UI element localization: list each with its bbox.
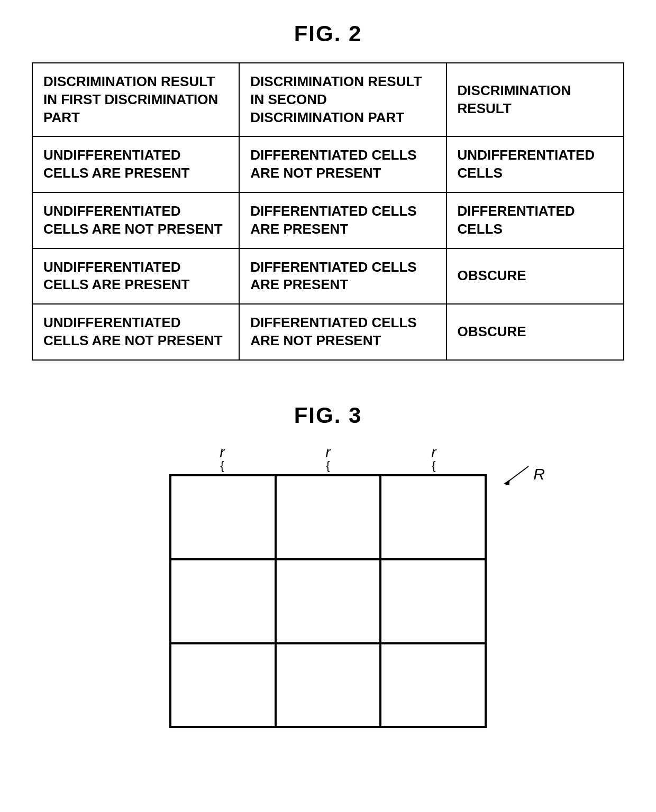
row4-col2: DIFFERENTIATED CELLS ARE NOT PRESENT	[239, 304, 446, 360]
R-arrow-icon	[499, 464, 531, 485]
table-row: UNDIFFERENTIATED CELLS ARE NOT PRESENTDI…	[32, 192, 624, 248]
row1-col1: UNDIFFERENTIATED CELLS ARE PRESENT	[32, 136, 239, 192]
row2-col3: DIFFERENTIATED CELLS	[447, 192, 624, 248]
header-col3: DISCRIMINATION RESULT	[447, 63, 624, 136]
fig3-grid-cell	[170, 475, 276, 559]
label-r1: r {	[169, 444, 275, 470]
fig3-grid	[169, 474, 487, 728]
row2-col2: DIFFERENTIATED CELLS ARE PRESENT	[239, 192, 446, 248]
row4-col3: OBSCURE	[447, 304, 624, 360]
row3-col1: UNDIFFERENTIATED CELLS ARE PRESENT	[32, 248, 239, 304]
fig3-grid-cell	[380, 643, 486, 727]
fig3-title: FIG. 3	[294, 403, 362, 428]
table-row: UNDIFFERENTIATED CELLS ARE PRESENTDIFFER…	[32, 248, 624, 304]
svg-line-0	[507, 466, 529, 482]
R-label-text: R	[533, 465, 545, 483]
label-r3: r {	[381, 444, 487, 470]
fig3-grid-cell	[170, 559, 276, 643]
fig3-grid-cell	[380, 559, 486, 643]
table-row: UNDIFFERENTIATED CELLS ARE NOT PRESENTDI…	[32, 304, 624, 360]
fig3-grid-cell	[276, 559, 381, 643]
fig3-grid-cell	[380, 475, 486, 559]
fig2-table: DISCRIMINATION RESULT IN FIRST DISCRIMIN…	[32, 62, 624, 361]
R-annotation: R	[499, 464, 545, 485]
table-row: UNDIFFERENTIATED CELLS ARE PRESENTDIFFER…	[32, 136, 624, 192]
header-col1: DISCRIMINATION RESULT IN FIRST DISCRIMIN…	[32, 63, 239, 136]
row3-col3: OBSCURE	[447, 248, 624, 304]
svg-marker-1	[504, 479, 510, 485]
row1-col3: UNDIFFERENTIATED CELLS	[447, 136, 624, 192]
row3-col2: DIFFERENTIATED CELLS ARE PRESENT	[239, 248, 446, 304]
fig2-title: FIG. 2	[294, 21, 362, 47]
row4-col1: UNDIFFERENTIATED CELLS ARE NOT PRESENT	[32, 304, 239, 360]
fig3-grid-wrapper: R	[169, 474, 487, 728]
header-col2: DISCRIMINATION RESULT IN SECOND DISCRIMI…	[239, 63, 446, 136]
row1-col2: DIFFERENTIATED CELLS ARE NOT PRESENT	[239, 136, 446, 192]
fig3-grid-cell	[170, 643, 276, 727]
label-r2: r {	[275, 444, 381, 470]
fig3-grid-cell	[276, 643, 381, 727]
fig3-labels-row: r { r { r {	[169, 444, 487, 470]
fig3-section: r { r { r { R	[143, 444, 513, 728]
row2-col1: UNDIFFERENTIATED CELLS ARE NOT PRESENT	[32, 192, 239, 248]
fig3-grid-cell	[276, 475, 381, 559]
